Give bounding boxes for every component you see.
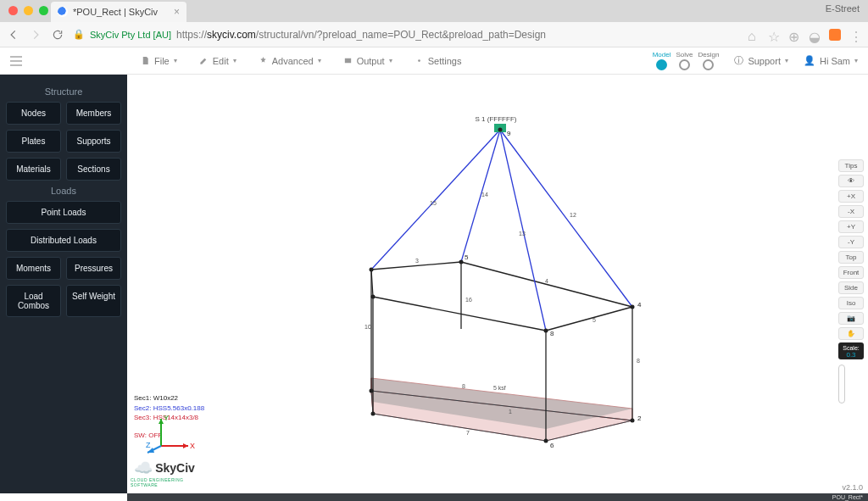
forward-button[interactable] [29, 28, 42, 42]
svg-text:4: 4 [545, 278, 548, 284]
svg-text:X: X [190, 442, 195, 450]
step-solve[interactable]: Solve [676, 51, 693, 70]
star-icon[interactable]: ☆ [768, 29, 780, 41]
svg-point-9 [544, 329, 548, 333]
chevron-down-icon: ▾ [854, 57, 858, 64]
ext2-icon[interactable]: ◒ [809, 29, 821, 41]
svg-text:1: 1 [509, 409, 512, 415]
menu-settings[interactable]: Settings [415, 56, 462, 66]
svg-text:8: 8 [462, 383, 465, 389]
reload-button[interactable] [51, 28, 64, 42]
visibility-button[interactable]: 👁 [838, 175, 864, 187]
sidebar-point-loads[interactable]: Point Loads [6, 201, 121, 224]
svg-point-2 [498, 128, 503, 132]
view-tools: Tips 👁 +X -X +Y -Y Top Front Side Iso 📷 … [838, 159, 864, 404]
chevron-down-icon: ▾ [785, 57, 788, 64]
svg-text:8: 8 [637, 358, 640, 364]
svg-text:Z: Z [146, 441, 151, 449]
axis-triad: X Y Z [144, 414, 195, 456]
home-icon[interactable]: ⌂ [748, 29, 760, 41]
svg-point-12 [370, 389, 374, 393]
menu-advanced[interactable]: Advanced▾ [259, 56, 321, 66]
ext3-icon[interactable] [829, 29, 841, 41]
member-14[interactable] [461, 130, 500, 262]
svg-point-17 [371, 412, 376, 416]
member-bottopfront[interactable] [373, 297, 546, 331]
sidebar-nodes[interactable]: Nodes [6, 102, 61, 125]
sidebar-moments[interactable]: Moments [6, 257, 61, 280]
menu-file[interactable]: File▾ [141, 56, 177, 66]
sidebar-pressures[interactable]: Pressures [66, 257, 121, 280]
svg-text:15: 15 [430, 200, 437, 206]
ext1-icon[interactable]: ⊕ [788, 29, 800, 41]
browser-toolbar: 🔒 SkyCiv Pty Ltd [AU] https://skyciv.com… [0, 22, 868, 47]
tips-button[interactable]: Tips [838, 159, 864, 172]
chevron-down-icon: ▾ [318, 57, 321, 64]
sidebar-self-weight[interactable]: Self Weight [66, 285, 121, 317]
chevron-down-icon: ▾ [389, 57, 392, 64]
legend-sec2: Sec2: HSS5.563x0.188 [134, 404, 204, 413]
svg-text:14: 14 [481, 192, 488, 198]
menu-output[interactable]: Output▾ [343, 56, 392, 66]
sidebar-distributed-loads[interactable]: Distributed Loads [6, 229, 121, 252]
sidebar-sections[interactable]: Sections [66, 158, 121, 181]
svg-point-7 [631, 305, 635, 309]
pan-button[interactable]: ✋ [838, 327, 864, 340]
back-button[interactable] [7, 28, 20, 42]
favicon-icon [58, 7, 68, 17]
svg-text:7: 7 [466, 430, 470, 436]
view-my-button[interactable]: -Y [838, 236, 864, 248]
step-model[interactable]: Model [653, 51, 671, 70]
member-5[interactable] [546, 307, 632, 331]
view-front-button[interactable]: Front [838, 266, 864, 279]
svg-point-13 [631, 419, 635, 423]
view-side-button[interactable]: Side [838, 281, 864, 294]
sidebar-supports[interactable]: Supports [66, 130, 121, 153]
sidebar-members[interactable]: Members [66, 102, 121, 125]
extension-icons: ⌂ ☆ ⊕ ◒ ⋮ [748, 29, 861, 41]
minimize-window-button[interactable] [24, 6, 33, 15]
viewport[interactable]: 5 ksf S 1 (FFFFFF) 9 5 4 [127, 75, 868, 493]
close-tab-icon[interactable]: × [174, 2, 180, 22]
svg-text:13: 13 [519, 231, 526, 237]
sidebar-materials[interactable]: Materials [6, 158, 61, 181]
user-icon: 👤 [804, 55, 815, 66]
sidebar-plates[interactable]: Plates [6, 130, 61, 153]
tab-title: *POU_Rect | SkyCiv [73, 2, 158, 22]
svg-point-15 [544, 439, 548, 443]
view-mx-button[interactable]: -X [838, 205, 864, 218]
svg-text:3: 3 [415, 258, 419, 264]
view-top-button[interactable]: Top [838, 251, 864, 264]
user-menu[interactable]: 👤Hi Sam▾ [804, 55, 858, 66]
model-canvas[interactable]: 5 ksf S 1 (FFFFFF) 9 5 4 [127, 75, 868, 493]
hamburger-button[interactable] [10, 56, 22, 66]
member-3b[interactable] [461, 262, 632, 307]
chevron-down-icon: ▾ [174, 57, 177, 64]
organization-label: SkyCiv Pty Ltd [AU] [90, 30, 171, 40]
support-menu[interactable]: ⓘSupport▾ [734, 54, 788, 67]
profile-badge[interactable]: E-Street [826, 3, 860, 14]
chevron-down-icon: ▾ [233, 57, 236, 64]
sidebar-load-combos[interactable]: Load Combos [6, 285, 61, 317]
scale-slider[interactable] [838, 365, 845, 404]
menu-icon[interactable]: ⋮ [849, 29, 861, 41]
close-window-button[interactable] [8, 6, 18, 15]
svg-point-1 [418, 59, 420, 62]
view-iso-button[interactable]: Iso [838, 297, 864, 309]
url-scheme: https:// [176, 29, 207, 41]
svg-text:8: 8 [550, 330, 554, 337]
sidebar-heading-structure: Structure [6, 86, 121, 97]
scale-control[interactable]: Scale: 0.3 [838, 342, 864, 359]
lock-icon: 🔒 [73, 29, 85, 40]
browser-tab[interactable]: *POU_Rect | SkyCiv × [51, 2, 186, 22]
app-toolbar: File▾ Edit▾ Advanced▾ Output▾ Settings M… [0, 47, 868, 75]
view-px-button[interactable]: +X [838, 190, 864, 203]
view-py-button[interactable]: +Y [838, 220, 864, 233]
info-icon: ⓘ [734, 54, 743, 67]
menu-edit[interactable]: Edit▾ [199, 56, 236, 66]
address-bar[interactable]: 🔒 SkyCiv Pty Ltd [AU] https://skyciv.com… [73, 29, 739, 41]
step-design[interactable]: Design [698, 51, 720, 70]
screenshot-button[interactable]: 📷 [838, 312, 864, 325]
maximize-window-button[interactable] [39, 6, 48, 15]
svg-text:4: 4 [637, 301, 642, 309]
